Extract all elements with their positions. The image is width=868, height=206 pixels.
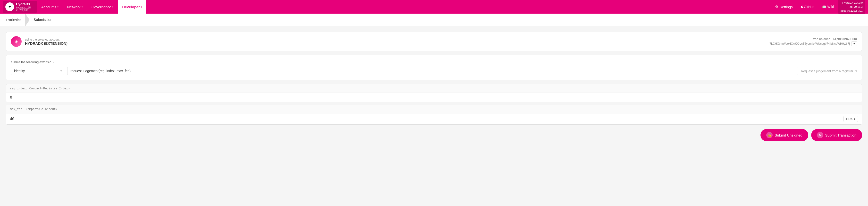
- balance-amount: 61,988.0940HDX: [833, 37, 857, 41]
- chevron-down-icon: ▾: [57, 6, 59, 8]
- extrinsic-form-card: submit the following extrinsic ? identit…: [6, 55, 862, 80]
- breadcrumb: Extrinsics Submission: [0, 13, 868, 26]
- param-input-max-fee[interactable]: [10, 117, 56, 121]
- nav-network[interactable]: Network ▾: [63, 0, 87, 13]
- method-hint: Request a judgement from a registrar. ▾: [801, 69, 857, 73]
- chevron-down-icon: ▾: [82, 6, 83, 8]
- nav-accounts[interactable]: Accounts ▾: [37, 0, 63, 13]
- account-name: HYDRADX (EXTENSION): [25, 41, 67, 46]
- submit-unsigned-icon: ✍: [766, 132, 773, 138]
- nav-developer[interactable]: Developer ▾: [118, 0, 146, 13]
- param-type-max-fee: max_fee: Compact<BalanceOf>: [6, 105, 862, 113]
- brand-sub: hydradx/125: [16, 6, 31, 9]
- actions-row: ✍ Submit Unsigned ➤ Submit Transaction: [6, 127, 862, 143]
- param-card-reg-index: reg_index: Compact<RegistrarIndex>: [6, 84, 862, 102]
- nav-governance[interactable]: Governance ▾: [87, 0, 118, 13]
- gear-icon: ⚙: [775, 5, 778, 9]
- version-badge: HydraDX v14.0.0 api v9.11.3 apps v0.122.…: [838, 0, 865, 14]
- brand[interactable]: ✦ HydraDX hydradx/125 #1,768,289: [3, 1, 37, 13]
- unit-selector[interactable]: HDX ▾: [843, 116, 858, 122]
- chevron-down-icon: ▾: [112, 6, 113, 8]
- account-label: using the selected account: [25, 38, 67, 41]
- breadcrumb-separator: [25, 13, 30, 26]
- main-content: ◈ using the selected account HYDRADX (EX…: [0, 26, 868, 149]
- method-display: requestJudgement(reg_index, max_fee): [67, 67, 798, 75]
- submit-transaction-button[interactable]: ➤ Submit Transaction: [811, 129, 862, 141]
- form-label: submit the following extrinsic ?: [11, 60, 857, 64]
- brand-logo: ✦: [5, 2, 14, 11]
- github-link[interactable]: ⑆ GitHub: [798, 0, 818, 13]
- nav-right: ⚙ Settings ⑆ GitHub 📖 Wiki HydraDX v14.0…: [771, 0, 865, 14]
- param-body-reg-index: [6, 93, 862, 102]
- wiki-icon: 📖: [822, 5, 826, 9]
- account-card: ◈ using the selected account HYDRADX (EX…: [6, 32, 862, 51]
- address-row: 7LCHXbmWceHCAKKrvcT5yLmtkkWUcpgb74jb8ice…: [770, 41, 857, 46]
- pallet-select[interactable]: identity: [11, 67, 64, 75]
- account-right: free balance 61,988.0940HDX 7LCHXbmWceHC…: [770, 37, 857, 46]
- balance-info: free balance 61,988.0940HDX 7LCHXbmWceHC…: [770, 37, 857, 46]
- breadcrumb-extrinsics[interactable]: Extrinsics: [6, 18, 25, 22]
- param-type-reg-index: reg_index: Compact<RegistrarIndex>: [6, 84, 862, 93]
- account-info: using the selected account HYDRADX (EXTE…: [25, 38, 67, 46]
- account-left: ◈ using the selected account HYDRADX (EX…: [11, 36, 67, 47]
- chevron-down-icon: ▾: [854, 117, 856, 121]
- help-icon[interactable]: ?: [53, 60, 54, 64]
- brand-name: HydraDX: [16, 2, 31, 6]
- param-input-reg-index[interactable]: [10, 95, 56, 99]
- avatar-icon: ◈: [14, 39, 18, 44]
- brand-block: #1,768,289: [16, 9, 31, 12]
- topnav: ✦ HydraDX hydradx/125 #1,768,289 Account…: [0, 0, 868, 13]
- nav-items: Accounts ▾ Network ▾ Governance ▾ Develo…: [37, 0, 771, 13]
- chevron-down-icon: ▾: [141, 6, 142, 8]
- balance-label: free balance 61,988.0940HDX: [770, 37, 857, 41]
- form-row: identity ▾ requestJudgement(reg_index, m…: [11, 67, 857, 75]
- settings-button[interactable]: ⚙ Settings: [771, 0, 797, 13]
- submit-unsigned-button[interactable]: ✍ Submit Unsigned: [761, 129, 808, 141]
- brand-info: HydraDX hydradx/125 #1,768,289: [16, 2, 31, 12]
- submit-transaction-icon: ➤: [817, 132, 823, 138]
- brand-icon: ✦: [8, 4, 12, 9]
- wiki-link[interactable]: 📖 Wiki: [819, 0, 837, 13]
- address-text: 7LCHXbmWceHCAKKrvcT5yLmtkkWUcpgb74jb8ice…: [770, 42, 850, 46]
- param-card-max-fee: max_fee: Compact<BalanceOf> HDX ▾: [6, 105, 862, 125]
- chevron-down-icon: ▾: [856, 69, 857, 73]
- avatar: ◈: [11, 36, 22, 47]
- param-body-max-fee: HDX ▾: [6, 113, 862, 124]
- breadcrumb-submission[interactable]: Submission: [33, 13, 56, 26]
- github-icon: ⑆: [801, 5, 803, 9]
- pallet-select-wrap: identity ▾: [11, 67, 64, 75]
- address-dropdown[interactable]: ▾: [851, 41, 857, 46]
